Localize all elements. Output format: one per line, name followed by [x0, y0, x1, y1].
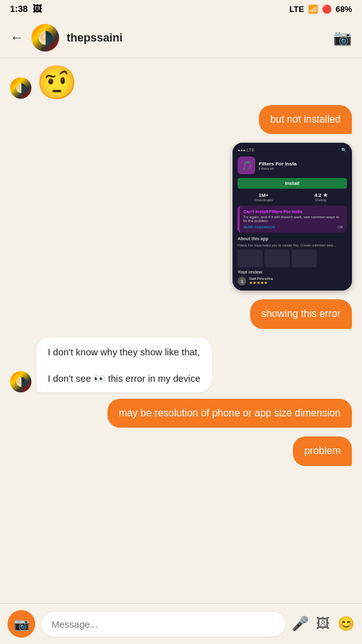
- sender-avatar-2: 🌗: [10, 371, 31, 392]
- network-label: LTE: [289, 4, 304, 14]
- message-input[interactable]: [41, 612, 285, 636]
- battery-label: 68%: [336, 4, 352, 14]
- chat-area: 🌗 🤨 but not installed ●●● LTE 🔍 🎵 F: [0, 58, 362, 603]
- ss-thumb-2: [265, 250, 290, 267]
- ss-thumb-3: [292, 250, 317, 267]
- mic-button[interactable]: 🎤: [292, 616, 309, 632]
- message-received-emoji: 🌗 🤨: [10, 66, 352, 99]
- message-sent-problem: problem: [10, 436, 352, 465]
- status-right: LTE 📶 🔴 68%: [289, 4, 352, 14]
- input-bar: 📷 🎤 🖼 😊: [0, 603, 362, 644]
- time: 1:38: [10, 4, 28, 14]
- screenshot-image: ●●● LTE 🔍 🎵 Filters For Insta Filters ki…: [233, 143, 352, 291]
- ss-stat-2: 4.2 ★ Rating: [295, 192, 347, 202]
- ss-thumb-1: [238, 250, 263, 267]
- ss-stars: ★★★★★: [249, 280, 347, 286]
- ss-app-sub: Filters kit: [259, 167, 347, 170]
- message-sent-resolution: may be resolution of phone or app size d…: [10, 399, 352, 428]
- ss-reviewer-avatar: S: [238, 277, 246, 286]
- bubble-text: may be resolution of phone or app size d…: [119, 408, 341, 418]
- back-button[interactable]: ←: [10, 30, 24, 46]
- ss-review-row: S Salil Piranchia ★★★★★: [238, 277, 347, 286]
- emoji-content: 🤨: [36, 66, 77, 99]
- bubble-text: but not installed: [270, 114, 341, 125]
- bubble-text: showing this error: [261, 308, 341, 319]
- ss-reviewer-info: Salil Piranchia ★★★★★: [249, 277, 347, 286]
- ss-error-box: Can't install Filters For Insta Try agai…: [238, 206, 347, 233]
- signal-icon: 📶: [308, 4, 318, 14]
- message-sent-showing-error: showing this error: [10, 299, 352, 328]
- ss-about-title: About this app: [238, 236, 347, 241]
- camera-icon: 📷: [14, 616, 30, 631]
- screenshot-content: ●●● LTE 🔍 🎵 Filters For Insta Filters ki…: [233, 143, 352, 291]
- ss-error-text: Try again, and if it still doesn't work,…: [243, 215, 343, 223]
- camera-button[interactable]: 📷: [8, 610, 35, 638]
- bubble-not-installed: but not installed: [259, 105, 352, 134]
- video-call-button[interactable]: 📷: [333, 29, 352, 47]
- contact-name: thepssaini: [67, 31, 326, 45]
- notification-icon: 🖼: [33, 4, 41, 14]
- contact-avatar: 🌗: [31, 24, 59, 52]
- ss-reviews-title: Your review: [238, 270, 347, 274]
- status-bar: 1:38 🖼 LTE 📶 🔴 68%: [0, 0, 362, 18]
- ss-stat-1: 1M+ Downloads: [238, 192, 290, 202]
- input-icons: 🎤 🖼 😊: [292, 616, 354, 632]
- bubble-text: problem: [304, 445, 341, 456]
- ss-app-icon: 🎵: [238, 157, 255, 174]
- bubble-showing-error: showing this error: [250, 299, 352, 328]
- bubble-dont-know: I don't know why they show like that,I d…: [36, 338, 212, 392]
- bubble-resolution: may be resolution of phone or app size d…: [107, 399, 352, 428]
- message-sent-screenshot: ●●● LTE 🔍 🎵 Filters For Insta Filters ki…: [10, 143, 352, 291]
- battery-icon: 🔴: [322, 4, 332, 14]
- chat-header: ← 🌗 thepssaini 📷: [0, 18, 362, 58]
- ss-screenshot-row: [238, 250, 347, 267]
- status-left: 1:38 🖼: [10, 4, 41, 14]
- sticker-button[interactable]: 😊: [337, 616, 354, 632]
- ss-feedback-row: SEND FEEDBACK OK: [243, 225, 343, 229]
- ss-stats: 1M+ Downloads 4.2 ★ Rating: [238, 192, 347, 202]
- ss-app-info: Filters For Insta Filters kit: [259, 161, 347, 170]
- ss-install-btn: Install: [238, 178, 347, 189]
- message-received-dont-know: 🌗 I don't know why they show like that,I…: [10, 338, 352, 392]
- ss-app-name: Filters For Insta: [259, 161, 347, 167]
- ss-about-text: Filters For Insta helps you to create Yo…: [238, 243, 347, 247]
- ss-status-bar: ●●● LTE 🔍: [238, 148, 347, 153]
- bubble-text: I don't know why they show like that,I d…: [48, 347, 200, 384]
- ss-error-title: Can't install Filters For Insta: [243, 209, 343, 214]
- bubble-problem: problem: [293, 436, 352, 465]
- ss-app-row: 🎵 Filters For Insta Filters kit: [238, 157, 347, 174]
- image-button[interactable]: 🖼: [316, 616, 330, 632]
- sender-avatar: 🌗: [10, 77, 31, 99]
- message-sent-not-installed: but not installed: [10, 105, 352, 134]
